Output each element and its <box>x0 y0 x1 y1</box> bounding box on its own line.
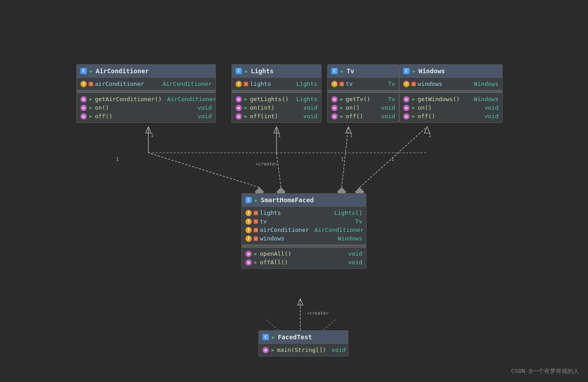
method-return-off-tv: void <box>378 113 395 120</box>
class-airconditioner: C ▶ AirConditioner f 🔒 airConditioner Ai… <box>76 64 216 123</box>
field-icon-f-shf4: f <box>245 235 252 242</box>
method-row-on-int: m ▶ on(int) void <box>232 103 321 112</box>
class-icon-c-facedtest: C <box>263 334 269 340</box>
svg-text:«create»: «create» <box>307 311 329 315</box>
method-name-on: on() <box>95 104 109 111</box>
fields-windows: f 🔒 windows Windows <box>400 78 502 90</box>
field-name-lights: lights <box>250 80 271 87</box>
method-visibility-tv: ▶ <box>339 97 344 102</box>
method-visibility-tv3: ▶ <box>339 114 344 119</box>
svg-text:«create»: «create» <box>255 161 277 166</box>
method-icon-m-lights3: m <box>236 113 242 120</box>
method-icon-m2: m <box>80 105 87 111</box>
method-row-getac: m ▶ getAirConditioner() AirConditioner <box>77 95 215 103</box>
method-return-offall: void <box>345 259 362 266</box>
method-row-main: m ▶ main(String[]) void <box>259 346 348 354</box>
class-lights: C ▶ Lights f 🔒 lights Lights m ▶ getLigh… <box>232 64 321 123</box>
method-visibility-icon: ▶ <box>89 97 93 102</box>
field-row-windows-shf: f 🔒 windows Windows <box>242 234 366 243</box>
field-type-ac-shf: AirConditioner <box>311 227 364 233</box>
method-return-getac: AirConditioner <box>164 96 217 102</box>
class-tv: C ▶ Tv f 🔒 tv Tv m ▶ getTv() <box>327 64 399 123</box>
field-icon-f-shf: f <box>245 210 252 216</box>
method-return-off-windows: void <box>481 113 499 120</box>
class-icon-c-tv: C <box>331 68 338 74</box>
method-icon-m-windows: m <box>403 96 410 102</box>
method-icon-m-tv2: m <box>331 105 338 111</box>
method-name-off-tv: off() <box>346 113 363 120</box>
methods-airconditioner: m ▶ getAirConditioner() AirConditioner m… <box>77 93 215 122</box>
method-icon-m-tv3: m <box>331 113 338 120</box>
method-visibility-lights: ▶ <box>244 97 248 102</box>
method-return-off-int: void <box>300 113 317 120</box>
method-row-on-windows: m ▶ on() void <box>400 103 502 112</box>
method-row-off-int: m ▶ off(int) void <box>232 112 321 120</box>
field-type-lights-shf: Lights[] <box>330 209 362 216</box>
class-title-facedtest: FacedTest <box>278 333 312 341</box>
method-visibility-lights3: ▶ <box>244 114 248 119</box>
class-visibility-icon-smarthomefaced: ▶ <box>254 198 258 202</box>
class-visibility-icon-tv: ▶ <box>340 69 344 73</box>
svg-line-1 <box>148 153 259 187</box>
field-lock-icon: 🔒 <box>89 82 93 86</box>
method-icon-m-tv: m <box>331 96 338 102</box>
svg-text:1: 1 <box>428 133 432 138</box>
class-header-airconditioner: C ▶ AirConditioner <box>77 65 215 78</box>
class-icon-c: C <box>80 68 87 74</box>
field-name-windows-shf: windows <box>260 235 285 242</box>
field-type-airconditioner: AirConditioner <box>159 80 212 87</box>
method-name-getwindows: getWindows() <box>418 96 460 102</box>
class-windows: C ▶ Windows f 🔒 windows Windows m ▶ getW… <box>399 64 503 123</box>
class-facedtest: C ▶ FacedTest m ▶ main(String[]) void <box>258 330 348 356</box>
field-type-windows-shf: Windows <box>334 235 362 242</box>
fields-tv: f 🔒 tv Tv <box>328 78 399 90</box>
method-return-on-int: void <box>300 104 317 111</box>
field-row-airconditioner: f 🔒 airConditioner AirConditioner <box>77 80 215 88</box>
method-row-on-tv: m ▶ on() void <box>328 103 399 112</box>
method-icon-m-lights2: m <box>236 105 242 111</box>
method-name-on-tv: on() <box>346 104 360 111</box>
method-visibility-shf2: ▶ <box>254 260 258 265</box>
field-icon-f-windows: f <box>403 81 410 87</box>
class-title-smarthomefaced: SmartHomeFaced <box>261 196 314 204</box>
field-type-windows: Windows <box>470 80 499 87</box>
methods-windows: m ▶ getWindows() Windows m ▶ on() void m… <box>400 93 502 122</box>
class-visibility-icon: ▶ <box>89 69 94 73</box>
class-title-lights: Lights <box>251 67 274 75</box>
class-visibility-icon-facedtest: ▶ <box>271 335 276 339</box>
svg-marker-19 <box>424 127 430 133</box>
method-name-on-int: on(int) <box>250 104 275 111</box>
class-header-facedtest: C ▶ FacedTest <box>259 331 348 344</box>
fields-lights: f 🔒 lights Lights <box>232 78 321 90</box>
method-row-off-windows: m ▶ off() void <box>400 112 502 120</box>
diagram-container: 1 1 1 «create» 1 1 1 1 «create» <box>0 0 588 382</box>
field-lock-lights: 🔒 <box>244 82 248 86</box>
svg-line-29 <box>323 319 336 330</box>
class-visibility-icon-windows: ▶ <box>412 69 416 73</box>
method-name-gettv: getTv() <box>346 96 370 102</box>
method-name-off-int: off(int) <box>250 113 278 120</box>
method-name-openall: openAll() <box>260 250 291 257</box>
svg-text:1: 1 <box>116 156 119 162</box>
field-row-lights-shf: f 🔒 lights Lights[] <box>242 209 366 217</box>
field-row-tv-shf: f 🔒 tv Tv <box>242 217 366 226</box>
fields-airconditioner: f 🔒 airConditioner AirConditioner <box>77 78 215 90</box>
class-header-lights: C ▶ Lights <box>232 65 321 78</box>
method-icon-m-windows3: m <box>403 113 410 120</box>
arrows-svg: 1 1 1 «create» 1 1 1 1 «create» <box>0 0 588 382</box>
svg-text:1: 1 <box>350 133 353 138</box>
class-visibility-icon-lights: ▶ <box>244 69 249 73</box>
class-icon-c-lights: C <box>236 68 242 74</box>
field-lock-shf3: 🔒 <box>254 228 258 232</box>
class-header-smarthomefaced: C ▶ SmartHomeFaced <box>242 194 366 207</box>
method-visibility-windows3: ▶ <box>411 114 416 119</box>
method-return-openall: void <box>345 250 362 257</box>
method-name-main: main(String[]) <box>277 346 326 353</box>
field-lock-shf4: 🔒 <box>254 236 258 241</box>
method-visibility-lights2: ▶ <box>244 106 248 110</box>
method-row-openall: m ▶ openAll() void <box>242 249 366 258</box>
class-header-tv: C ▶ Tv <box>328 65 399 78</box>
svg-marker-14 <box>346 127 351 133</box>
watermark: CSDN @一个有梦有戏的人 <box>511 367 579 375</box>
methods-facedtest: m ▶ main(String[]) void <box>259 344 348 356</box>
